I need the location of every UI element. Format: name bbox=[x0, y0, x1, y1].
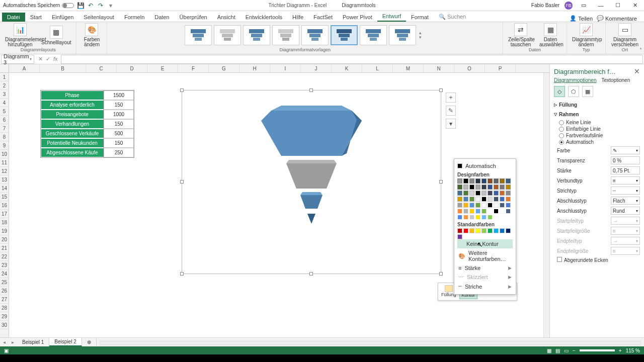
row-header[interactable]: 23 bbox=[0, 261, 9, 269]
close-pane-icon[interactable]: ✕ bbox=[634, 67, 640, 75]
row-header[interactable]: 17 bbox=[0, 210, 9, 218]
col-header[interactable]: B bbox=[40, 64, 86, 72]
ribbon-mode-icon[interactable]: ▭ bbox=[578, 2, 590, 10]
cancel-fx-icon[interactable]: ✕ bbox=[38, 56, 43, 62]
col-header[interactable]: K bbox=[332, 64, 362, 72]
row-header[interactable]: 6 bbox=[0, 116, 9, 124]
row-header[interactable]: 16 bbox=[0, 201, 9, 210]
row-header[interactable]: 1 bbox=[0, 73, 9, 81]
auto-line-radio[interactable]: Automatisch bbox=[554, 139, 640, 145]
chart-options-tab[interactable]: Diagrammoptionen bbox=[554, 77, 597, 83]
style-gallery-more[interactable]: ▲▼ bbox=[418, 31, 425, 40]
tab-insert[interactable]: Einfügen bbox=[47, 13, 78, 22]
fx-icon[interactable]: fx bbox=[53, 56, 58, 62]
zoom-slider[interactable] bbox=[580, 349, 615, 351]
row-header[interactable]: 2 bbox=[0, 81, 9, 90]
col-header[interactable]: O bbox=[454, 64, 485, 72]
row-header[interactable]: 5 bbox=[0, 107, 9, 116]
table-value-cell[interactable]: 150 bbox=[104, 100, 134, 110]
col-header[interactable]: A bbox=[9, 64, 40, 72]
rounded-corners-check[interactable]: Abgerundete Ecken bbox=[554, 256, 640, 264]
switch-row-col-button[interactable]: ⇄Zeile/Spalte tauschen bbox=[506, 22, 535, 48]
standard-color-swatches[interactable] bbox=[457, 228, 513, 239]
weight-item[interactable]: ≡Stärke▶ bbox=[457, 263, 513, 273]
undo-icon[interactable]: ↶ bbox=[87, 2, 94, 9]
border-section-header[interactable]: ▽Rahmen bbox=[554, 110, 640, 119]
table-value-cell[interactable]: 150 bbox=[104, 119, 134, 129]
col-header[interactable]: M bbox=[393, 64, 424, 72]
row-header[interactable]: 13 bbox=[0, 175, 9, 184]
table-header-cell[interactable]: Phase bbox=[41, 90, 104, 100]
row-header[interactable]: 30 bbox=[0, 321, 9, 329]
tab-entwurf[interactable]: Entwurf bbox=[377, 12, 406, 22]
row-header[interactable]: 12 bbox=[0, 167, 9, 175]
row-header[interactable]: 4 bbox=[0, 99, 9, 107]
col-header[interactable]: C bbox=[86, 64, 117, 72]
chart-style-7[interactable] bbox=[360, 25, 387, 45]
save-icon[interactable]: 💾 bbox=[77, 2, 84, 9]
row-header[interactable]: 14 bbox=[0, 184, 9, 193]
col-header[interactable]: H bbox=[239, 64, 270, 72]
sheet-tab-2[interactable]: Beispiel 2 bbox=[49, 338, 82, 346]
enter-fx-icon[interactable]: ✓ bbox=[46, 56, 50, 62]
more-colors-item[interactable]: 🎨Weitere Konturfarben… bbox=[457, 248, 513, 263]
chart-filters-button[interactable]: ▾ bbox=[446, 119, 456, 129]
table-value-cell[interactable]: 1000 bbox=[104, 110, 134, 119]
comments-button[interactable]: 💬 Kommentare bbox=[597, 15, 637, 22]
row-header[interactable]: 3 bbox=[0, 90, 9, 99]
row-header[interactable]: 11 bbox=[0, 158, 9, 167]
col-header[interactable]: P bbox=[485, 64, 516, 72]
tab-review[interactable]: Überprüfen bbox=[175, 13, 212, 22]
tab-view[interactable]: Ansicht bbox=[212, 13, 240, 22]
maximize-icon[interactable]: ☐ bbox=[612, 2, 624, 10]
row-header[interactable]: 15 bbox=[0, 193, 9, 201]
size-tab-icon[interactable]: ▦ bbox=[582, 86, 593, 97]
zoom-level[interactable]: 115 % bbox=[626, 348, 640, 353]
tab-help[interactable]: Hilfe bbox=[287, 13, 308, 22]
table-header-cell[interactable]: Potentielle Neukunden bbox=[41, 138, 104, 148]
share-button[interactable]: 👤 Teilen bbox=[570, 15, 593, 22]
tab-start[interactable]: Start bbox=[25, 13, 47, 22]
join-prop[interactable]: AnschlusstypRund▾ bbox=[554, 206, 640, 216]
tab-format[interactable]: Format bbox=[406, 13, 434, 22]
tab-formulas[interactable]: Formeln bbox=[119, 13, 149, 22]
row-header[interactable]: 25 bbox=[0, 278, 9, 287]
tab-pagelayout[interactable]: Seitenlayout bbox=[78, 13, 119, 22]
select-all-corner[interactable] bbox=[0, 64, 9, 72]
table-header-cell[interactable]: Analyse erforderlich bbox=[41, 100, 104, 110]
chart-style-4[interactable] bbox=[272, 25, 299, 45]
no-outline-item[interactable]: Keine Kontur bbox=[457, 239, 513, 248]
solid-line-radio[interactable]: Einfarbige Linie bbox=[554, 126, 640, 132]
chart-styles-button[interactable]: ✎ bbox=[446, 106, 456, 116]
tab-devtools[interactable]: Entwicklertools bbox=[240, 13, 287, 22]
tab-factset[interactable]: FactSet bbox=[308, 13, 338, 22]
macro-record-icon[interactable]: ▣ bbox=[4, 348, 9, 353]
row-header[interactable]: 18 bbox=[0, 218, 9, 227]
row-header[interactable]: 8 bbox=[0, 133, 9, 141]
view-pagelayout-icon[interactable]: ▤ bbox=[555, 348, 560, 353]
chart-style-8[interactable] bbox=[389, 25, 416, 45]
row-header[interactable]: 7 bbox=[0, 124, 9, 133]
row-header[interactable]: 24 bbox=[0, 269, 9, 278]
chart-style-1[interactable] bbox=[185, 25, 212, 45]
row-header[interactable]: 27 bbox=[0, 295, 9, 304]
table-value-cell[interactable]: 500 bbox=[104, 129, 134, 138]
tab-data[interactable]: Daten bbox=[149, 13, 174, 22]
add-chart-element-button[interactable]: 📊Diagrammelement hinzufügen bbox=[3, 22, 37, 48]
view-pagebreak-icon[interactable]: ▭ bbox=[564, 348, 569, 353]
chart-object[interactable]: + ✎ ▾ bbox=[182, 90, 441, 274]
color-prop[interactable]: Farbe✎▾ bbox=[554, 145, 640, 155]
fill-line-tab-icon[interactable]: ◇ bbox=[554, 86, 565, 97]
row-header[interactable]: 29 bbox=[0, 312, 9, 321]
change-chart-type-button[interactable]: 📈Diagrammtyp ändern bbox=[570, 22, 602, 48]
table-value-cell[interactable]: 1500 bbox=[104, 90, 134, 100]
row-header[interactable]: 22 bbox=[0, 252, 9, 261]
tab-powerpivot[interactable]: Power Pivot bbox=[338, 13, 377, 22]
table-value-cell[interactable]: 250 bbox=[104, 148, 134, 157]
table-header-cell[interactable]: Abgeschlossene Käufe bbox=[41, 148, 104, 157]
gradient-line-radio[interactable]: Farbverlaufslinie bbox=[554, 132, 640, 139]
row-header[interactable]: 21 bbox=[0, 244, 9, 252]
compound-prop[interactable]: Verbundtyp≡▾ bbox=[554, 175, 640, 186]
cells-area[interactable]: Phase1500 Analyse erforderlich150 Preisa… bbox=[9, 73, 543, 337]
new-sheet-button[interactable]: ⊕ bbox=[82, 338, 97, 346]
